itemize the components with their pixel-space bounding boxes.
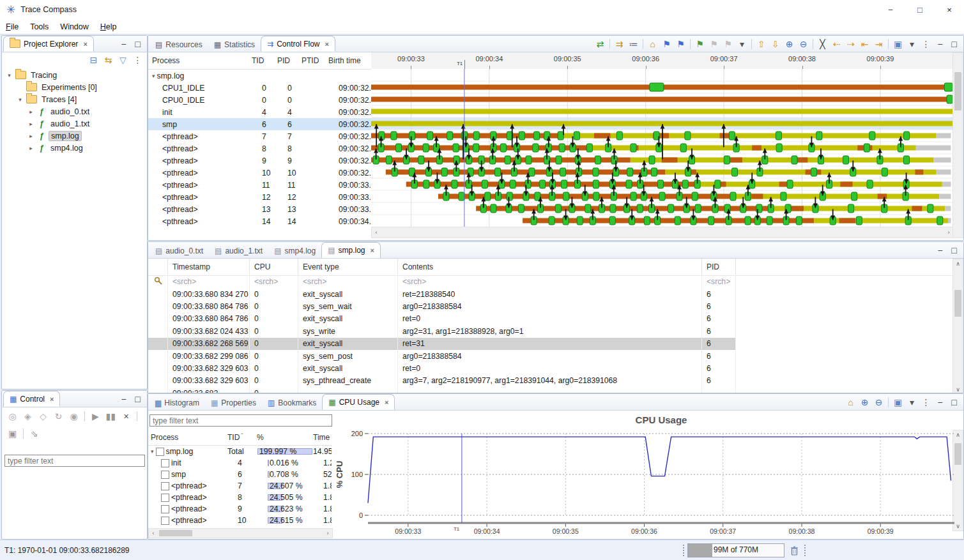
- scroll-right-button[interactable]: ›: [944, 228, 953, 237]
- tab-statistics[interactable]: ▦Statistics: [208, 37, 261, 52]
- marker-next-button[interactable]: ⚑: [674, 37, 687, 50]
- tab-properties[interactable]: ▦Properties: [205, 395, 262, 410]
- column-header-contents[interactable]: Contents: [398, 259, 702, 276]
- go-start-button[interactable]: ⇤: [858, 37, 871, 50]
- tab-control-flow[interactable]: ⇉Control Flow×: [261, 36, 335, 52]
- tab-cpu-usage[interactable]: ▦CPU Usage×: [322, 394, 395, 410]
- search-cell[interactable]: <srch>: [398, 275, 702, 288]
- column-header-ptid[interactable]: PTID: [302, 56, 328, 65]
- usage-row[interactable]: smp60.708 %52.978: [148, 469, 332, 480]
- column-header-process[interactable]: Process: [148, 56, 252, 65]
- scroll-track[interactable]: [381, 227, 944, 238]
- tree-item-smp-log[interactable]: ▸ƒsmp.log: [2, 130, 147, 142]
- garbage-collect-button[interactable]: [786, 544, 802, 557]
- process-row[interactable]: CPU1_IDLE0009:00:32.4789: [148, 82, 371, 94]
- column-header-tid[interactable]: TIDˇ: [227, 433, 257, 442]
- down-button[interactable]: ⇩: [769, 37, 782, 50]
- window-close-button[interactable]: ×: [935, 0, 964, 19]
- close-icon[interactable]: ×: [83, 40, 87, 48]
- usage-row[interactable]: init40.016 %1.221 m: [148, 457, 332, 469]
- cpu-usage-chart[interactable]: CPU Usage% CPU010020009:00:3309:00:3409:…: [332, 411, 963, 538]
- checkbox[interactable]: [161, 505, 169, 513]
- maximize-button[interactable]: □: [131, 37, 144, 50]
- column-header-process[interactable]: Process: [148, 433, 227, 442]
- chart-horizontal-scrollbar[interactable]: ‹›: [371, 227, 954, 238]
- menu-button[interactable]: ⋮: [131, 54, 144, 67]
- window-maximize-button[interactable]: □: [905, 0, 935, 19]
- scroll-down-button[interactable]: ∨: [953, 385, 963, 393]
- event-row[interactable]: 09:00:33.680 834 2700exit_syscallret=218…: [148, 288, 963, 300]
- tab-audio-1-txt[interactable]: ▤audio_1.txt: [209, 243, 268, 258]
- c1-button[interactable]: ◎: [6, 409, 19, 423]
- minimize-button[interactable]: −: [933, 37, 947, 50]
- checkbox[interactable]: [161, 459, 169, 467]
- home-button[interactable]: ⌂: [844, 395, 857, 409]
- close-icon[interactable]: ×: [371, 246, 374, 254]
- scroll-up-button[interactable]: ∧: [953, 259, 963, 268]
- checkbox[interactable]: [161, 494, 169, 502]
- home-button[interactable]: ⌂: [646, 37, 659, 50]
- scroll-left-button[interactable]: ‹: [149, 529, 158, 538]
- cancel-button[interactable]: ╳: [816, 37, 829, 50]
- column-header-pid[interactable]: PID: [277, 56, 302, 65]
- expander-icon[interactable]: ▾: [17, 96, 24, 103]
- c4-button[interactable]: ↻: [52, 409, 65, 423]
- process-row[interactable]: smp6609:00:32.4760: [148, 118, 371, 130]
- event-row[interactable]: 09:00:33.682 329 6030sys_pthread_createa…: [148, 375, 963, 387]
- new-view-button[interactable]: ▣: [891, 395, 905, 409]
- events-search-row[interactable]: <srch><srch><srch><srch><srch>: [148, 275, 963, 288]
- column-header-birth-time[interactable]: Birth time: [328, 56, 371, 65]
- tree-item-audio-1-txt[interactable]: ▸ƒaudio_1.txt: [2, 117, 147, 130]
- stop-button[interactable]: ×: [119, 409, 133, 423]
- column-header-cpu[interactable]: CPU: [250, 259, 298, 276]
- column-header--[interactable]: %: [257, 433, 313, 442]
- expander-icon[interactable]: ▾: [6, 72, 13, 79]
- camera-button[interactable]: ▣: [6, 427, 19, 440]
- expander-icon[interactable]: ▾: [152, 73, 155, 79]
- bookmark-next-button[interactable]: ⚑: [721, 37, 735, 50]
- expander-icon[interactable]: ▸: [27, 121, 34, 127]
- process-row[interactable]: <pthread>121209:00:33.4134: [148, 191, 371, 203]
- event-prev-button[interactable]: ⇠: [830, 37, 843, 50]
- scroll-right-button[interactable]: ›: [323, 529, 332, 538]
- legend-button[interactable]: ≔: [627, 37, 640, 50]
- search-cell[interactable]: <srch>: [250, 275, 298, 288]
- checkbox[interactable]: [156, 448, 164, 456]
- go-end-button[interactable]: ⇥: [872, 37, 885, 50]
- close-icon[interactable]: ×: [50, 395, 54, 403]
- minimize-button[interactable]: −: [117, 37, 130, 50]
- event-row[interactable]: 09:00:33.682 ...0: [148, 387, 963, 393]
- checkbox[interactable]: [161, 517, 169, 525]
- tree-item-audio-0-txt[interactable]: ▸ƒaudio_0.txt: [2, 105, 147, 117]
- minimize-button[interactable]: −: [117, 392, 130, 405]
- maximize-button[interactable]: □: [947, 395, 961, 409]
- expander-icon[interactable]: ▸: [27, 133, 34, 139]
- filter-button[interactable]: ▽: [116, 54, 130, 67]
- play-button[interactable]: ▶: [89, 409, 102, 423]
- event-row[interactable]: 09:00:33.680 864 7860exit_syscallret=06: [148, 313, 963, 325]
- maximize-button[interactable]: □: [947, 37, 961, 50]
- up-button[interactable]: ⇧: [754, 37, 768, 50]
- tab-bookmarks[interactable]: ▥Bookmarks: [262, 395, 322, 410]
- event-row[interactable]: 09:00:33.682 299 0860sys_sem_postarg0=21…: [148, 350, 963, 362]
- bookmark-prev-button[interactable]: ⚑: [707, 37, 721, 50]
- maximize-button[interactable]: □: [131, 392, 144, 405]
- control-flow-chart[interactable]: [371, 69, 954, 227]
- tab-histogram[interactable]: ▆Histogram: [149, 395, 205, 410]
- process-row[interactable]: CPU0_IDLE0009:00:32.4800: [148, 94, 371, 106]
- usage-row[interactable]: ▾smp.logTotal199.997 %14.959: [148, 446, 332, 457]
- search-cell[interactable]: <srch>: [298, 275, 398, 288]
- usage-row[interactable]: <pthread>1024.615 %1.841 s: [148, 515, 332, 526]
- pause-button[interactable]: ▮▮: [104, 409, 118, 423]
- time-ruler[interactable]: 09:00:3309:00:3409:00:3509:00:3609:00:37…: [371, 52, 954, 70]
- search-cell[interactable]: <srch>: [702, 275, 736, 288]
- c3-button[interactable]: ◇: [36, 409, 50, 423]
- menu-button[interactable]: ⋮: [919, 395, 933, 409]
- column-header-tid[interactable]: TID: [252, 56, 277, 65]
- maximize-button[interactable]: □: [947, 243, 961, 257]
- close-icon[interactable]: ×: [325, 40, 328, 48]
- events-vertical-scrollbar[interactable]: ∧∨: [953, 259, 963, 393]
- event-row[interactable]: 09:00:33.682 268 5690exit_syscallret=316: [148, 338, 963, 350]
- tree-item-experiments-0-[interactable]: Experiments [0]: [2, 81, 147, 93]
- dd-button[interactable]: ▾: [905, 37, 919, 50]
